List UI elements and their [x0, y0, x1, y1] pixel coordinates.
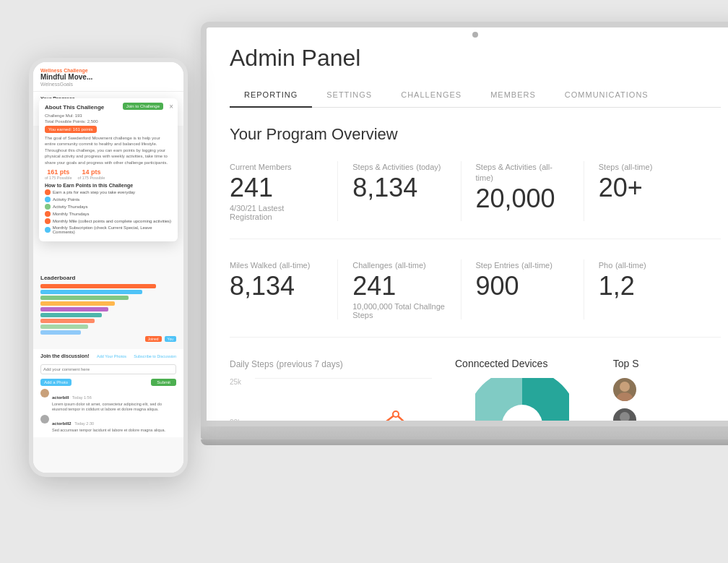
- modal-earn-title: How to Earn Points in this Challenge: [45, 183, 172, 188]
- admin-title: Admin Panel: [230, 45, 721, 72]
- earn-item-6: Monthly Subscription (check Current Spec…: [45, 225, 172, 234]
- earn-text-6: Monthly Subscription (check Current Spec…: [53, 225, 172, 234]
- challenge-modal: About This Challenge × Join to Challenge…: [39, 98, 178, 241]
- mobile-header: Wellness Challenge Mindful Move... Welne…: [33, 62, 183, 92]
- comment-text-1: Lorem ipsum dolor sit amet, consectetur …: [52, 402, 176, 412]
- laptop-foot: [201, 439, 728, 445]
- add-photo-link[interactable]: Add Your Photos: [97, 354, 126, 358]
- earn-item-1: Earn a pts for each step you take everyd…: [45, 189, 172, 195]
- lb-badges: Joined You: [40, 336, 176, 342]
- tab-reporting[interactable]: REPORTING: [230, 83, 312, 108]
- stat-steps-alltime: Steps & Activities (all-time) 20,000: [476, 161, 584, 221]
- earn-text-1: Earn a pts for each step you take everyd…: [53, 190, 135, 194]
- stat-label-challenges: Challenges (all-time): [352, 259, 446, 270]
- stat-step-entries: Step Entries (all-time) 900: [476, 259, 584, 319]
- tab-communications[interactable]: COMMUNICATIONS: [550, 83, 663, 108]
- devices-title: Conncected Devices: [455, 358, 590, 369]
- earn-item-3: Activity Thursdays: [45, 204, 172, 210]
- comment-author-2: actorbill2: [52, 421, 72, 426]
- earn-icon-6: [45, 227, 51, 233]
- submit-comment-button[interactable]: Submit: [151, 379, 176, 386]
- overview-title: Your Program Overview: [230, 125, 721, 144]
- stat-value-photos: 1,2: [599, 273, 692, 299]
- lb-badge-joined: Joined: [145, 336, 162, 342]
- stat-label-extra: Steps (all-time): [599, 161, 692, 172]
- lb-bar-8: [40, 325, 88, 329]
- stat-current-members: Current Members 241 4/30/21 Lastest Regi…: [230, 161, 338, 221]
- y-label-20k: 20k: [230, 418, 241, 421]
- stat-miles: Miles Walked (all-time) 8,134: [230, 259, 338, 319]
- top-users-title: Top S: [613, 358, 721, 369]
- admin-content: Your Program Overview Current Members 24…: [207, 108, 728, 421]
- comment-input[interactable]: [40, 364, 176, 374]
- earn-icon-1: [45, 189, 51, 195]
- stat-value-members: 241: [230, 175, 323, 201]
- lb-bar-9: [40, 330, 81, 335]
- stat-value-challenges: 241: [352, 273, 446, 299]
- modal-stat-1: 161 pts of 175 Possible: [45, 168, 72, 180]
- earn-icon-5: [45, 218, 51, 224]
- admin-header: Admin Panel REPORTING SETTINGS CHALLENGE…: [207, 27, 728, 108]
- svg-point-11: [617, 392, 633, 401]
- stat-value-entries: 900: [476, 273, 569, 299]
- stat-steps-today: Steps & Activities (today) 8,134: [352, 161, 461, 221]
- tab-settings[interactable]: SETTINGS: [312, 83, 386, 108]
- leaderboard-section: Leaderboard Joined You: [33, 270, 183, 346]
- earn-text-5: Monthly Mile (collect points and complet…: [53, 219, 171, 223]
- tab-challenges[interactable]: CHALLENGES: [386, 83, 476, 108]
- subscribe-link[interactable]: Subscribe to Discussion: [134, 354, 176, 358]
- earn-text-4: Monthly Thursdays: [53, 212, 90, 216]
- add-photo-button[interactable]: Add a Photo: [40, 379, 72, 386]
- comment-time-1: Today 1:56: [72, 395, 92, 400]
- stat-label-steps-alltime: Steps & Activities (all-time): [476, 161, 569, 183]
- stat-value-extra: 20+: [599, 175, 692, 201]
- comment-actions: Add a Photo Submit: [40, 379, 176, 386]
- laptop-base: [201, 426, 728, 439]
- modal-description: The goal of Swedenford Movement challeng…: [45, 135, 172, 166]
- svg-point-10: [620, 382, 630, 392]
- y-label-25k: 25k: [230, 378, 241, 386]
- stat-label-miles: Miles Walked (all-time): [230, 259, 323, 270]
- earn-item-2: Activity Points: [45, 197, 172, 202]
- lb-bar-7: [40, 319, 95, 323]
- laptop-frame: Admin Panel REPORTING SETTINGS CHALLENGE…: [201, 22, 728, 513]
- earn-text-3: Activity Thursdays: [53, 205, 88, 209]
- mobile-container: Wellness Challenge Mindful Move... Welne…: [29, 58, 188, 477]
- stat-label-members: Current Members: [230, 161, 323, 172]
- y-axis: 25k 20k 15k 10k: [230, 378, 241, 421]
- modal-badge: You earned: 161 points: [45, 126, 97, 133]
- stat-value-steps-alltime: 20,000: [476, 186, 569, 212]
- earn-text-2: Activity Points: [53, 197, 79, 202]
- modal-stat-val-1: 161 pts: [45, 168, 72, 176]
- stat-value-steps-today: 8,134: [352, 175, 446, 201]
- stat-sub-challenges: 10,000,000 Total Challnge Steps: [352, 302, 446, 319]
- stat-photos: Pho (all-time) 1,2: [599, 259, 706, 319]
- mobile-screen: Wellness Challenge Mindful Move... Welne…: [33, 62, 183, 473]
- modal-challenge-id: Challenge Mul: 193: [45, 113, 172, 118]
- join-discussion-label: Join the discussion!: [40, 353, 90, 358]
- stat-value-miles: 8,134: [230, 273, 323, 299]
- mobile-app-title: Mindful Move...: [40, 73, 176, 82]
- bottom-row: Daily Steps (previous 7 days) 25k 20k 15…: [230, 358, 721, 421]
- laptop-camera: [472, 32, 478, 38]
- stat-challenges: Challenges (all-time) 241 10,000,000 Tot…: [352, 259, 461, 319]
- line-chart: [255, 378, 544, 421]
- comment-1: actorbill Today 1:56 Lorem ipsum dolor s…: [40, 389, 176, 412]
- modal-close-icon[interactable]: ×: [169, 103, 173, 111]
- discussion-header: Join the discussion! Add Your Photos Sub…: [40, 353, 176, 358]
- modal-join-button[interactable]: Join to Challenge: [123, 103, 163, 110]
- comment-avatar-1: [40, 389, 49, 397]
- user-avatar-2: [613, 408, 636, 421]
- lb-bar-1: [40, 284, 156, 288]
- top-users-section: Top S: [613, 358, 721, 421]
- laptop-screen: Admin Panel REPORTING SETTINGS CHALLENGE…: [201, 22, 728, 426]
- earn-icon-3: [45, 204, 51, 210]
- comment-content-1: actorbill Today 1:56 Lorem ipsum dolor s…: [52, 389, 176, 412]
- modal-stat-label-2: of 175 Possible: [78, 176, 105, 180]
- lb-bar-3: [40, 296, 129, 300]
- lb-badge-you: You: [165, 336, 176, 342]
- comment-text-2: Sed accumsan tempor lacidunt el labore e…: [52, 428, 165, 433]
- earn-icon-4: [45, 211, 51, 217]
- lb-bar-5: [40, 307, 108, 311]
- tab-members[interactable]: MEMBERS: [476, 83, 550, 108]
